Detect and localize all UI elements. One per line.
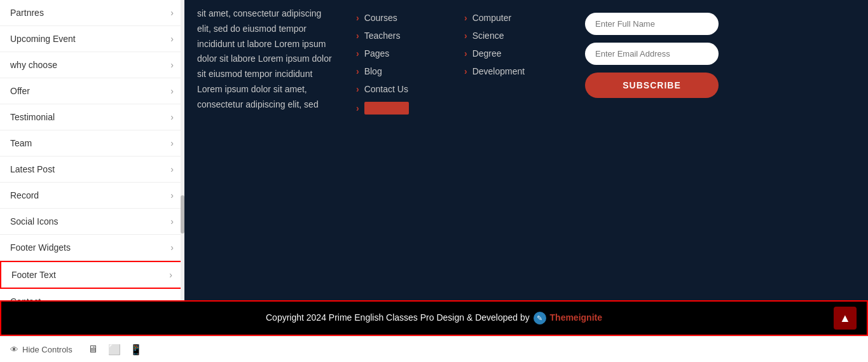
edit-icon[interactable]: ✎ xyxy=(534,312,546,324)
desktop-view-icon[interactable]: 🖥 xyxy=(85,342,100,357)
chevron-icon: › xyxy=(170,216,174,226)
course-label: Development xyxy=(472,66,525,76)
hide-controls-label: Hide Controls xyxy=(22,345,72,354)
chevron-icon: › xyxy=(170,34,174,44)
sidebar-item-label: Footer Text xyxy=(11,270,56,280)
course-label: Degree xyxy=(472,48,502,59)
arrow-icon: › xyxy=(356,31,359,41)
link-item[interactable]: ›Contact Us xyxy=(356,84,445,94)
sidebar-item-contact[interactable]: Contact› xyxy=(0,289,184,300)
link-item[interactable]: › xyxy=(356,102,445,115)
sidebar-item-label: Testimonial xyxy=(10,112,55,122)
sidebar-item-upcoming-event[interactable]: Upcoming Event› xyxy=(0,26,184,52)
chevron-icon: › xyxy=(170,190,174,200)
sidebar-item-record[interactable]: Record› xyxy=(0,183,184,209)
arrow-icon: › xyxy=(464,13,467,23)
sidebar-item-label: Upcoming Event xyxy=(10,34,76,44)
link-label: Teachers xyxy=(364,31,401,41)
arrow-icon: › xyxy=(464,31,467,41)
sidebar-item-label: Social Icons xyxy=(10,216,58,226)
chevron-icon: › xyxy=(169,270,172,280)
link-item[interactable]: ›Blog xyxy=(356,66,445,76)
course-label: Science xyxy=(472,31,504,41)
brand-link[interactable]: Themeignite xyxy=(550,312,602,323)
sidebar-item-label: Latest Post xyxy=(10,164,55,174)
link-label: Contact Us xyxy=(364,84,408,94)
sidebar-item-footer-widgets[interactable]: Footer Widgets› xyxy=(0,235,184,261)
sidebar-item-label: why choose xyxy=(10,60,57,70)
sidebar-item-testimonial[interactable]: Testimonial› xyxy=(0,104,184,130)
subscribe-button[interactable]: SUBSCRIBE xyxy=(585,73,719,98)
sidebar-list: Partnres›Upcoming Event›why choose›Offer… xyxy=(0,0,184,300)
chevron-icon: › xyxy=(170,242,174,253)
chevron-icon: › xyxy=(170,86,174,96)
arrow-icon: › xyxy=(356,84,359,94)
sidebar-item-label: Team xyxy=(10,138,32,148)
chevron-icon: › xyxy=(170,8,174,18)
arrow-icon: › xyxy=(356,103,359,113)
links-column: ›Courses›Teachers›Pages›Blog›Contact Us› xyxy=(356,6,445,294)
course-item[interactable]: ›Science xyxy=(464,31,566,41)
tablet-view-icon[interactable]: ⬜ xyxy=(107,342,122,357)
subscribe-area: SUBSCRIBE xyxy=(585,6,725,294)
course-item[interactable]: ›Degree xyxy=(464,48,566,59)
link-item[interactable]: ›Pages xyxy=(356,48,445,59)
scroll-top-button[interactable]: ▲ xyxy=(834,307,857,330)
footer: Copyright 2024 Prime English Classes Pro… xyxy=(0,300,868,336)
email-input[interactable] xyxy=(585,43,719,65)
sidebar-item-latest-post[interactable]: Latest Post› xyxy=(0,157,184,183)
body-text: sit amet, consectetur adipiscing elit, s… xyxy=(197,6,337,294)
course-item[interactable]: ›Development xyxy=(464,66,566,76)
content-area: sit amet, consectetur adipiscing elit, s… xyxy=(184,0,868,300)
link-label xyxy=(364,102,409,115)
link-label: Courses xyxy=(364,13,397,23)
sidebar-item-label: Offer xyxy=(10,86,30,96)
sidebar-scroll-thumb[interactable] xyxy=(181,195,184,233)
sidebar-item-team[interactable]: Team› xyxy=(0,130,184,157)
course-item[interactable]: ›Computer xyxy=(464,13,566,23)
chevron-icon: › xyxy=(170,112,174,122)
chevron-icon: › xyxy=(170,60,174,70)
arrow-icon: › xyxy=(464,48,467,59)
sidebar-scroll-track xyxy=(181,0,184,300)
sidebar-item-label: Partnres xyxy=(10,8,44,18)
link-label: Blog xyxy=(364,66,382,76)
eye-icon: 👁 xyxy=(10,345,18,354)
arrow-icon: › xyxy=(356,66,359,76)
mobile-view-icon[interactable]: 📱 xyxy=(128,342,144,357)
chevron-icon: › xyxy=(170,164,174,174)
link-label: Pages xyxy=(364,48,390,59)
sidebar-item-offer[interactable]: Offer› xyxy=(0,78,184,104)
sidebar-item-social-icons[interactable]: Social Icons› xyxy=(0,209,184,235)
arrow-icon: › xyxy=(356,48,359,59)
bottom-bar: 👁 Hide Controls 🖥 ⬜ 📱 xyxy=(0,336,868,362)
hide-controls-toggle[interactable]: 👁 Hide Controls xyxy=(10,345,72,354)
copyright-text: Copyright 2024 Prime English Classes Pro… xyxy=(266,312,530,323)
chevron-icon: › xyxy=(170,138,174,148)
link-item[interactable]: ›Courses xyxy=(356,13,445,23)
sidebar-item-partnres[interactable]: Partnres› xyxy=(0,0,184,26)
arrow-icon: › xyxy=(356,13,359,23)
sidebar: Partnres›Upcoming Event›why choose›Offer… xyxy=(0,0,184,300)
sidebar-item-label: Footer Widgets xyxy=(10,242,71,253)
arrow-icon: › xyxy=(464,66,467,76)
course-label: Computer xyxy=(472,13,511,23)
courses-column: ›Computer›Science›Degree›Development xyxy=(464,6,566,294)
sidebar-item-footer-text[interactable]: Footer Text› xyxy=(0,261,184,289)
name-input[interactable] xyxy=(585,13,719,35)
sidebar-item-why-choose[interactable]: why choose› xyxy=(0,52,184,78)
sidebar-item-label: Record xyxy=(10,190,39,200)
view-icons: 🖥 ⬜ 📱 xyxy=(85,342,144,357)
link-item[interactable]: ›Teachers xyxy=(356,31,445,41)
